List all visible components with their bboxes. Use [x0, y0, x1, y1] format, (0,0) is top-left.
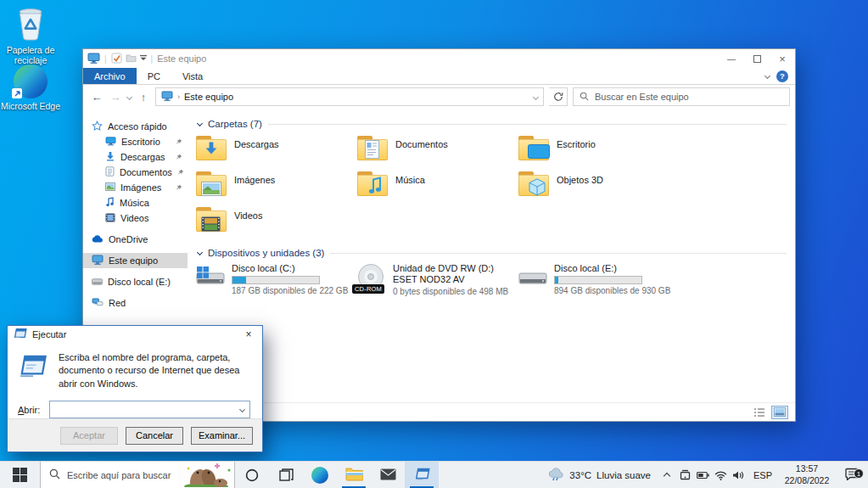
expand-ribbon-icon[interactable] — [764, 73, 770, 79]
folder-label: Música — [395, 171, 425, 185]
search-highlight-image[interactable] — [178, 462, 234, 488]
cortana-button[interactable] — [235, 462, 269, 488]
sidebar-item-downloads[interactable]: Descargas — [83, 149, 188, 165]
language-indicator[interactable]: ESP — [748, 470, 778, 480]
taskbar-run-button[interactable] — [405, 462, 439, 488]
minimize-button[interactable]: — — [719, 49, 744, 68]
file-explorer-icon — [345, 467, 363, 483]
tab-archivo[interactable]: Archivo — [83, 68, 137, 84]
up-button[interactable]: ↑ — [137, 91, 150, 104]
folder-label: Objetos 3D — [557, 171, 603, 185]
back-button[interactable]: ← — [90, 91, 104, 104]
battery-tray-icon[interactable] — [694, 471, 712, 480]
properties-icon[interactable] — [111, 53, 122, 65]
network-icon — [92, 298, 104, 309]
browse-button[interactable]: Examinar... — [191, 427, 253, 445]
drive-tile-dvd[interactable]: CD-ROM Unidad de DVD RW (D:) ESET NOD32 … — [357, 263, 518, 307]
tab-pc[interactable]: PC — [137, 68, 171, 84]
folders-group-header[interactable]: Carpetas (7) — [198, 119, 787, 129]
sidebar-item-network[interactable]: Red — [83, 295, 188, 311]
drives-group-header[interactable]: Dispositivos y unidades (3) — [198, 248, 787, 258]
collapse-group-icon[interactable] — [197, 120, 203, 126]
close-button[interactable]: × — [770, 49, 795, 68]
taskbar-mail-button[interactable] — [371, 462, 405, 488]
display-tray-icon[interactable] — [676, 469, 694, 480]
sidebar-item-label: Este equipo — [109, 255, 158, 266]
close-button[interactable]: × — [235, 326, 262, 343]
sidebar-item-desktop[interactable]: Escritorio — [83, 134, 188, 149]
clock-time: 13:57 — [780, 463, 834, 474]
folder-tile-documentos[interactable]: Documentos — [357, 134, 518, 170]
folder-tile-escritorio[interactable]: Escritorio — [518, 134, 680, 170]
desktop-icon-recycle-bin[interactable]: Papelera de reciclaje — [0, 7, 61, 65]
sidebar-item-quick-access[interactable]: Acceso rápido — [83, 119, 188, 134]
run-open-combobox[interactable] — [49, 401, 250, 418]
wifi-tray-icon[interactable] — [712, 470, 730, 480]
cancel-button[interactable]: Cancelar — [126, 427, 183, 445]
help-icon[interactable]: ? — [776, 70, 788, 82]
run-icon — [18, 351, 48, 390]
address-dropdown-icon[interactable] — [533, 93, 539, 99]
sidebar-item-music[interactable]: Música — [83, 195, 188, 210]
tray-expand-icon[interactable] — [658, 471, 676, 479]
drive-tile-e[interactable]: Disco local (E:) 894 GB disponibles de 9… — [518, 263, 680, 307]
details-view-button[interactable] — [751, 406, 768, 419]
onedrive-cloud-icon — [92, 234, 104, 244]
run-dialog-footer: Aceptar Cancelar Examinar... — [8, 418, 262, 452]
breadcrumb[interactable]: Este equipo — [184, 92, 233, 102]
customize-qat-icon[interactable] — [140, 53, 147, 64]
sidebar-item-local-disk-e[interactable]: Disco local (E:) — [83, 274, 188, 289]
folder-tile-videos[interactable]: Videos — [196, 205, 357, 241]
run-dialog-titlebar[interactable]: Ejecutar × — [8, 326, 262, 343]
folder-tile-objetos-3d[interactable]: Objetos 3D — [518, 170, 680, 205]
sidebar-item-label: Documentos — [120, 167, 172, 177]
address-bar[interactable]: › Este equipo — [155, 87, 544, 106]
drive-tile-c[interactable]: Disco local (C:) 187 GB disponibles de 2… — [196, 263, 357, 307]
folder-tile-descargas[interactable]: Descargas — [196, 134, 357, 170]
forward-button[interactable]: → — [109, 91, 122, 104]
sidebar-item-onedrive[interactable]: OneDrive — [83, 232, 188, 247]
volume-tray-icon[interactable] — [730, 470, 748, 480]
search-icon — [49, 468, 60, 481]
drives-grid: Disco local (C:) 187 GB disponibles de 2… — [196, 263, 790, 307]
taskbar-clock[interactable]: 13:57 22/08/2022 — [778, 463, 836, 485]
start-button[interactable] — [0, 462, 40, 488]
task-view-button[interactable] — [269, 462, 303, 488]
refresh-button[interactable] — [549, 87, 568, 106]
taskbar-search-box[interactable]: Escribe aquí para buscar — [40, 462, 235, 488]
disk-usage-fill — [232, 277, 246, 283]
combobox-dropdown-icon[interactable] — [234, 407, 249, 412]
taskbar-weather[interactable]: 33°C Lluvia suave — [540, 468, 658, 483]
maximize-button[interactable] — [744, 49, 770, 68]
run-command-input[interactable] — [50, 401, 234, 418]
sidebar-item-this-pc[interactable]: Este equipo — [83, 253, 188, 268]
folder-tile-musica[interactable]: Música — [357, 170, 518, 205]
sidebar-item-videos[interactable]: Videos — [83, 210, 188, 226]
folder-label: Imágenes — [234, 171, 275, 185]
star-icon — [92, 121, 103, 133]
drive-name: Unidad de DVD RW (D:) ESET NOD32 AV — [393, 263, 512, 285]
dialog-title: Ejecutar — [32, 329, 66, 339]
taskbar-explorer-button[interactable] — [337, 462, 371, 488]
new-folder-icon[interactable] — [126, 53, 137, 65]
sidebar-item-label: Red — [109, 298, 126, 308]
folder-tile-imagenes[interactable]: Imágenes — [196, 170, 357, 205]
sidebar-item-documents[interactable]: Documentos — [83, 165, 188, 180]
thumbnails-view-button[interactable] — [771, 406, 788, 419]
tab-vista[interactable]: Vista — [171, 68, 214, 84]
collapse-group-icon[interactable] — [197, 249, 203, 255]
explorer-search-box[interactable]: Buscar en Este equipo — [573, 87, 790, 106]
run-dialog: Ejecutar × Escriba el nombre del program… — [7, 325, 263, 452]
desktop-icon-edge[interactable]: Microsoft Edge — [0, 65, 61, 111]
dvd-drive-icon: CD-ROM — [357, 263, 386, 292]
notification-center-button[interactable]: 1 — [836, 468, 868, 482]
windows-logo-icon — [13, 468, 27, 482]
explorer-titlebar[interactable]: | | Este equipo — × — [83, 49, 795, 68]
notification-badge: 1 — [854, 468, 864, 479]
recent-locations-icon[interactable] — [126, 93, 132, 99]
sidebar-item-pictures[interactable]: Imágenes — [83, 180, 188, 195]
ribbon-tabs: Archivo PC Vista ? — [83, 68, 795, 85]
taskbar-edge-button[interactable] — [303, 462, 337, 488]
sidebar-item-label: Descargas — [120, 152, 165, 162]
ok-button[interactable]: Aceptar — [60, 427, 118, 445]
